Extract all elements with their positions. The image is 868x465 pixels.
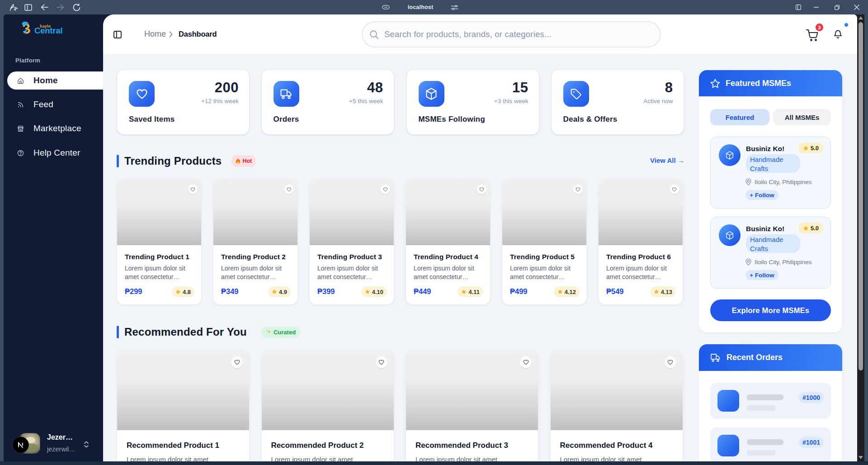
svg-text:Central: Central (34, 26, 62, 35)
